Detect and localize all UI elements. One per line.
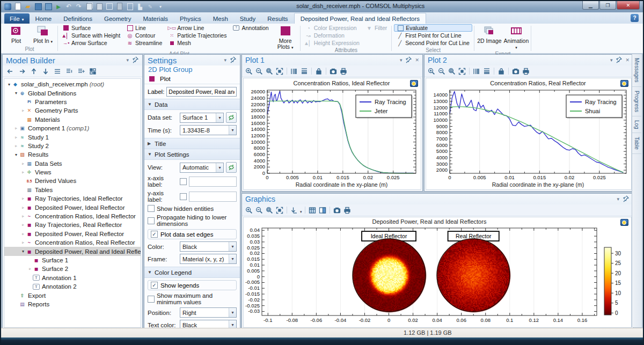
tree-expander[interactable]: ▹ bbox=[20, 214, 26, 218]
zoom-box-icon[interactable] bbox=[265, 206, 274, 215]
tree-item-study-1[interactable]: ▹≈Study 1 bbox=[4, 133, 141, 141]
tree-item-derived-values[interactable]: 8.5Derived Values bbox=[4, 177, 141, 185]
tree-expander[interactable]: ▾ bbox=[13, 91, 19, 96]
run-icon[interactable]: ▶ bbox=[54, 2, 63, 11]
tree-item-concentration-ratios-real-reflector[interactable]: ▹~Concentration Ratios, Real Reflector bbox=[4, 238, 141, 247]
panel-menu-icon[interactable]: ▾ bbox=[610, 57, 613, 63]
evaluate-button[interactable]: Evaluate bbox=[394, 24, 472, 32]
zoom-box-icon[interactable] bbox=[448, 67, 456, 76]
legend-toggle-icon[interactable] bbox=[318, 206, 327, 215]
pin-icon[interactable] bbox=[615, 56, 623, 64]
highlight-icon[interactable]: ✎ bbox=[146, 2, 155, 11]
pin-icon[interactable] bbox=[622, 195, 630, 203]
tree-expander[interactable]: ▹ bbox=[27, 267, 33, 271]
close-button[interactable]: ✕ bbox=[617, 1, 640, 10]
view--select[interactable]: Automatic bbox=[180, 163, 224, 173]
panel-menu-icon[interactable]: ▾ bbox=[126, 57, 129, 63]
zoom-in-icon[interactable] bbox=[245, 67, 253, 76]
collapse-all-icon[interactable] bbox=[65, 67, 74, 76]
save-as-icon[interactable] bbox=[44, 2, 53, 11]
tree-item-geometry-parts[interactable]: ▹✕Geometry Parts bbox=[4, 106, 141, 115]
section-header-title[interactable]: ▶Title bbox=[144, 138, 240, 149]
tree-item-data-sets[interactable]: ▹▦Data Sets bbox=[4, 159, 141, 168]
y-axis-label--checkbox[interactable] bbox=[180, 193, 187, 200]
pin-icon[interactable] bbox=[229, 56, 237, 64]
position--select[interactable]: Right bbox=[180, 307, 237, 318]
grid-toggle-icon[interactable] bbox=[308, 206, 317, 215]
tree-item-ray-trajectories-real-reflector[interactable]: ▹◼Ray Trajectories, Real Reflector bbox=[4, 221, 141, 229]
pin-icon[interactable] bbox=[405, 56, 412, 64]
maximize-button[interactable]: ❐ bbox=[599, 1, 616, 10]
show-menu-icon[interactable] bbox=[53, 67, 62, 76]
print-icon[interactable] bbox=[343, 206, 352, 215]
plot-button[interactable]: Plot bbox=[3, 24, 29, 44]
undo-icon[interactable]: ↶ bbox=[64, 2, 73, 11]
duplicate-icon[interactable] bbox=[105, 2, 114, 11]
tab-home[interactable]: Home bbox=[30, 13, 58, 24]
move-down-icon[interactable] bbox=[41, 67, 50, 76]
plot-data-set-edges-checkbox[interactable]: ✓ bbox=[151, 231, 158, 238]
tab-physics[interactable]: Physics bbox=[174, 13, 207, 24]
print-icon[interactable] bbox=[339, 67, 348, 76]
zoom-extents-icon[interactable] bbox=[458, 67, 466, 76]
deformation-button[interactable]: ↝Deformation bbox=[303, 32, 362, 39]
qat-menu-icon[interactable]: ▾ bbox=[156, 2, 165, 11]
open-file-icon[interactable]: ▰ bbox=[24, 2, 32, 11]
dock-tab-messages[interactable]: Messages bbox=[632, 54, 641, 87]
tab-definitions[interactable]: Definitions bbox=[57, 13, 98, 24]
select-icon[interactable]: ▙ bbox=[136, 2, 144, 11]
dock-tab-log[interactable]: Log bbox=[632, 116, 641, 134]
redo-icon[interactable]: ↷ bbox=[75, 2, 83, 11]
tree-expander[interactable]: ▹ bbox=[20, 223, 26, 227]
tab-mesh[interactable]: Mesh bbox=[207, 13, 234, 24]
tree-item-parameters[interactable]: PiParameters bbox=[4, 98, 141, 106]
tree-item-concentration-ratios-ideal-reflector[interactable]: ▹~Concentration Ratios, Ideal Reflector bbox=[4, 212, 141, 221]
lock-axes-icon[interactable] bbox=[497, 67, 506, 76]
x-axis-label--checkbox[interactable] bbox=[180, 178, 187, 185]
save-icon[interactable] bbox=[34, 2, 42, 11]
show-hidden-entities-checkbox[interactable] bbox=[148, 205, 155, 212]
streamline-button[interactable]: ≋Streamline bbox=[124, 39, 165, 47]
tree-item-solar-dish-receiver-mph[interactable]: ▾◆solar_dish_receiver.mph(root) bbox=[4, 80, 141, 89]
zoom-box-icon[interactable] bbox=[265, 67, 274, 76]
tree-item-export[interactable]: ⇧Export bbox=[4, 291, 141, 299]
tree-expander[interactable]: ▾ bbox=[20, 249, 26, 254]
lock-axes-icon[interactable] bbox=[314, 67, 323, 76]
tree-item-deposited-power-real-reflector[interactable]: ▹◼Deposited Power, Real Reflector bbox=[4, 230, 141, 238]
animation-button[interactable]: Animation ▾ bbox=[503, 24, 529, 50]
section-header-color-legend[interactable]: ▼Color Legend bbox=[144, 267, 240, 278]
go-to-source-button[interactable] bbox=[226, 112, 237, 123]
arrow-surface-button[interactable]: →▪Arrow Surface bbox=[60, 39, 123, 47]
show-legends-checkbox[interactable]: ✓ bbox=[151, 282, 158, 289]
tree-item-global-definitions[interactable]: ▾⊕Global Definitions bbox=[4, 89, 141, 97]
pin-icon[interactable] bbox=[131, 56, 139, 64]
new-file-icon[interactable] bbox=[13, 2, 22, 11]
tree-item-study-2[interactable]: ▹≈Study 2 bbox=[4, 142, 141, 150]
settings-plot-button[interactable]: Plot bbox=[144, 75, 240, 84]
tree-expander[interactable]: ▹ bbox=[20, 240, 26, 245]
zoom-extents-icon[interactable] bbox=[275, 206, 284, 215]
tree-item-deposited-power-ideal-reflector[interactable]: ▹◼Deposited Power, Ideal Reflector bbox=[4, 203, 141, 211]
label-input[interactable] bbox=[166, 87, 237, 97]
tree-expander[interactable]: ▾ bbox=[13, 152, 19, 157]
tree-expander[interactable]: ▹ bbox=[20, 196, 26, 201]
color--select[interactable]: Black bbox=[180, 241, 237, 252]
x-log-icon[interactable] bbox=[482, 67, 491, 76]
tab-contextual-active[interactable]: Deposited Power, Real and Ideal Reflecto… bbox=[294, 13, 426, 24]
tree-item-views[interactable]: ▹✛Views bbox=[4, 168, 141, 177]
file-tab[interactable]: File▾ bbox=[4, 13, 30, 24]
tree-expander[interactable]: ▹ bbox=[13, 144, 19, 148]
app-logo-icon[interactable] bbox=[3, 2, 12, 11]
clipboard-icon[interactable] bbox=[115, 2, 124, 11]
zoom-in-icon[interactable] bbox=[245, 206, 253, 215]
tree-item-materials[interactable]: ▦Materials bbox=[4, 115, 141, 124]
tab-geometry[interactable]: Geometry bbox=[98, 13, 137, 24]
copy-icon[interactable] bbox=[85, 2, 93, 11]
surface-button[interactable]: Surface bbox=[60, 24, 123, 32]
print-icon[interactable] bbox=[522, 67, 530, 76]
second-point-for-cut-line-button[interactable]: ╱Second Point for Cut Line bbox=[394, 39, 472, 47]
zoom-out-icon[interactable] bbox=[255, 67, 264, 76]
dock-tab-table[interactable]: Table bbox=[632, 133, 641, 154]
data-set--select[interactable]: Surface 1 bbox=[180, 113, 224, 123]
frame--select[interactable]: Material (x, y, z) bbox=[180, 254, 237, 264]
